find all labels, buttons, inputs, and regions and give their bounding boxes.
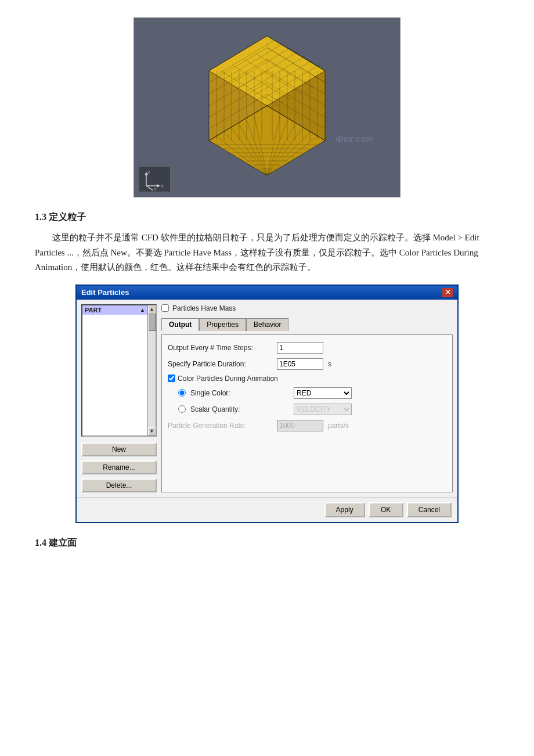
apply-button[interactable]: Apply [324, 502, 365, 517]
color-particles-label: Color Particles During Animation [178, 375, 278, 383]
single-color-select[interactable]: RED [294, 387, 352, 399]
particle-gen-rate-input [277, 420, 323, 431]
ok-button[interactable]: OK [369, 502, 403, 517]
svg-text:Y: Y [154, 187, 157, 190]
tab-behavior[interactable]: Behavior [246, 318, 288, 331]
part-list-content: PART ▲ [82, 305, 147, 435]
dialog-titlebar: Edit Particles ✕ [77, 286, 457, 300]
tab-properties[interactable]: Properties [199, 318, 246, 331]
single-color-radio[interactable] [178, 389, 186, 397]
section-13-body: 这里的粒子并不是通常 CFD 软件里的拉格朗日粒子，只是为了后处理方便而定义的示… [35, 231, 499, 275]
specify-duration-unit: s [328, 360, 331, 368]
part-list-panel: PART ▲ ▲ ▼ New Rename.. [81, 304, 157, 492]
particle-gen-rate-row: Particle Generation Rate: parts/s [168, 420, 446, 431]
svg-marker-67 [157, 184, 160, 188]
svg-text:Z: Z [147, 170, 150, 175]
section-13-heading: 1.3 定义粒子 [35, 211, 499, 224]
svg-line-69 [146, 186, 153, 190]
scroll-up-arrow[interactable]: ▲ [148, 305, 156, 314]
scalar-quantity-select: VELOCITY [294, 404, 352, 415]
specify-duration-input[interactable] [277, 358, 323, 370]
new-button[interactable]: New [81, 442, 157, 456]
axis-indicator: Z X Y [139, 166, 171, 192]
cube-mesh-svg [163, 24, 371, 175]
color-particles-checkbox[interactable] [168, 375, 175, 382]
part-list-header: PART ▲ [82, 305, 147, 315]
dialog-title: Edit Particles [81, 288, 129, 297]
specify-duration-label: Specify Particle Duration: [168, 360, 272, 368]
tab-output-content: Output Every # Time Steps: Specify Parti… [161, 334, 453, 492]
particle-gen-rate-label: Particle Generation Rate: [168, 422, 272, 430]
cancel-button[interactable]: Cancel [407, 502, 452, 517]
particles-have-mass-row: Particles Have Mass [161, 304, 453, 312]
particle-gen-rate-unit: parts/s [328, 422, 349, 430]
part-list-scrollbar: ▲ ▼ [147, 305, 156, 435]
particles-have-mass-label: Particles Have Mass [172, 304, 236, 312]
section-14-heading: 1.4 建立面 [35, 537, 499, 549]
single-color-label: Single Color: [190, 389, 289, 397]
svg-text:X: X [161, 184, 164, 189]
scroll-thumb[interactable] [149, 314, 156, 331]
viewport-3d-area: iBox.com Z X Y [134, 18, 400, 197]
specify-duration-row: Specify Particle Duration: s [168, 358, 446, 370]
part-list-header-label: PART [85, 307, 102, 314]
output-every-label: Output Every # Time Steps: [168, 344, 272, 352]
dialog-close-button[interactable]: ✕ [442, 288, 453, 297]
scroll-down-arrow[interactable]: ▼ [148, 427, 156, 435]
edit-particles-dialog: Edit Particles ✕ PART ▲ ▲ [75, 285, 459, 523]
page-content: iBox.com Z X Y 1.3 定义粒子 这里的粒子并不是通常 CFD 软… [35, 17, 499, 549]
3d-viewport: iBox.com Z X Y [134, 17, 400, 197]
output-every-row: Output Every # Time Steps: [168, 342, 446, 354]
color-particles-row: Color Particles During Animation [168, 375, 446, 383]
properties-panel: Particles Have Mass Output Properties Be… [161, 304, 453, 492]
tab-bar: Output Properties Behavior [161, 318, 453, 331]
scroll-track [148, 314, 156, 427]
scalar-quantity-row: Scalar Quantity: VELOCITY [168, 404, 446, 415]
scalar-quantity-label: Scalar Quantity: [190, 405, 289, 413]
part-list-box: PART ▲ ▲ ▼ [81, 304, 157, 437]
particles-have-mass-checkbox[interactable] [161, 304, 169, 312]
dialog-footer: Apply OK Cancel [77, 497, 457, 522]
delete-button[interactable]: Delete... [81, 478, 157, 492]
dialog-body: PART ▲ ▲ ▼ New Rename.. [77, 300, 457, 497]
single-color-row: Single Color: RED [168, 387, 446, 399]
scalar-quantity-radio[interactable] [178, 405, 186, 413]
part-list-sort-arrow: ▲ [140, 307, 145, 313]
dialog-window: Edit Particles ✕ PART ▲ ▲ [75, 285, 459, 523]
output-every-input[interactable] [277, 342, 323, 354]
tab-output[interactable]: Output [161, 318, 199, 331]
rename-button[interactable]: Rename... [81, 460, 157, 474]
